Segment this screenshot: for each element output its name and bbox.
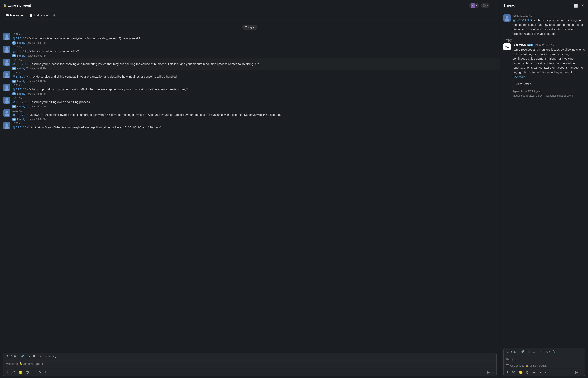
thread-original-message: Today at 10:31 AM @BREVIAN Describe your…: [504, 14, 585, 36]
thread-slash-button[interactable]: /: [544, 370, 547, 375]
svg-point-11: [5, 75, 9, 78]
message-body: Provide service and billing contacts in …: [29, 75, 178, 78]
thread-audio-button[interactable]: 🎙: [538, 370, 543, 375]
svg-point-4: [5, 47, 8, 50]
thread-ol-button[interactable]: ≡: [528, 350, 531, 354]
thread-bold-button[interactable]: B: [506, 350, 510, 354]
reply-link[interactable]: 1 reply: [17, 118, 25, 121]
thread-emoji-button[interactable]: 😊: [518, 370, 524, 375]
mention: @BREVIAN: [12, 75, 28, 78]
reply-link[interactable]: 1 reply: [17, 67, 25, 70]
reply-avatar: V/A: [12, 92, 15, 95]
channel-header: 🔒 acme-rfp-agent B 1 🎧 ▾ ⋯: [0, 0, 500, 11]
thread-compose: B I S 🔗 ≡ ☰ ⋮≡ </> 📎 Reply... Also send …: [504, 348, 585, 376]
reply-link[interactable]: 1 reply: [17, 54, 25, 57]
compose-placeholder: Message 🔒acme-rfp-agent: [6, 362, 43, 365]
thread-italic-button[interactable]: I: [510, 350, 513, 354]
message-text: @BREVIAN What early out services do you …: [12, 49, 497, 53]
plus-button[interactable]: +: [5, 370, 9, 375]
thread-image-button[interactable]: 🖼: [532, 370, 537, 375]
also-send-label: Also send to: [510, 364, 524, 367]
italic-button[interactable]: I: [10, 354, 13, 359]
see-more-link[interactable]: See more: [513, 75, 585, 79]
messages-area: Today ▾ 10:29 AM @BREVIAN Will an associ…: [0, 20, 500, 351]
reply-timestamp: Today at 10:31 AM: [535, 43, 554, 46]
message-time: 10:31 AM: [12, 71, 497, 74]
compose-input[interactable]: Message 🔒acme-rfp-agent: [3, 360, 496, 368]
reply-link[interactable]: 1 reply: [17, 41, 25, 44]
slash-button[interactable]: /: [44, 370, 47, 375]
image-button[interactable]: 🖼: [31, 370, 36, 375]
message-content: 10:32 AM @BREVIAN Liquidation Stats - Wh…: [12, 122, 497, 130]
svg-point-26: [505, 19, 509, 21]
indent-button[interactable]: ⋮≡: [37, 354, 42, 358]
thread-code-button[interactable]: </>: [545, 350, 551, 354]
thread-plus-button[interactable]: +: [506, 370, 509, 375]
also-send-checkbox[interactable]: [506, 364, 509, 367]
audio-button[interactable]: 🎙: [38, 370, 43, 375]
mention: @BREVIAN: [12, 49, 28, 53]
thread-mention-button[interactable]: @: [525, 370, 530, 375]
view-details-button[interactable]: View Details: [513, 81, 534, 87]
toolbar-separator: [518, 350, 519, 354]
message-text: @BREVIAN What support do you provide to …: [12, 87, 497, 92]
message-group: 10:32 AM @BREVIAN Liquidation Stats - Wh…: [0, 121, 500, 130]
reply-time: Today at 10:30 AM: [26, 41, 46, 44]
thread-link-button[interactable]: 🔗: [520, 350, 525, 354]
ordered-list-button[interactable]: ≡: [27, 354, 31, 359]
code-button[interactable]: </>: [45, 354, 51, 359]
reply-link[interactable]: 1 reply: [17, 92, 25, 95]
send-dropdown-button[interactable]: ▾: [491, 370, 494, 374]
header-actions: B 1 🎧 ▾ ⋯: [469, 3, 497, 9]
thread-reply-placeholder: Reply...: [506, 357, 516, 361]
bold-button[interactable]: B: [5, 354, 9, 359]
avatar: [3, 33, 10, 40]
message-content: 10:30 AM @BREVIAN What early out service…: [12, 46, 497, 57]
svg-point-16: [5, 98, 8, 101]
thread-strikethrough-button[interactable]: S: [513, 350, 517, 354]
emoji-button[interactable]: 😊: [18, 370, 24, 375]
huddle-button[interactable]: 🎧 ▾: [481, 3, 490, 8]
thread-message-content: Today at 10:31 AM @BREVIAN Describe your…: [513, 14, 585, 36]
thread-mention: @BREVIAN: [513, 18, 529, 22]
thread-reply-input[interactable]: Reply...: [504, 355, 585, 364]
tab-canvas[interactable]: 📄 Add canvas: [27, 12, 51, 19]
thread-send-dropdown-button[interactable]: ▾: [579, 370, 583, 374]
thread-ul-button[interactable]: ☰: [532, 350, 536, 354]
thread-format-button[interactable]: Aa: [511, 370, 517, 375]
add-tab-button[interactable]: +: [52, 12, 57, 19]
thread-original-time: Today at 10:31 AM: [513, 14, 585, 17]
expand-button[interactable]: ⬜: [573, 3, 579, 9]
channel-title: 🔒 acme-rfp-agent: [3, 4, 467, 7]
attachment-button[interactable]: 📎: [51, 354, 57, 359]
link-button[interactable]: 🔗: [19, 354, 25, 359]
reply-avatar: V/A: [12, 54, 15, 57]
close-button[interactable]: ✕: [580, 3, 585, 9]
thread-send-button[interactable]: ▶: [574, 369, 579, 375]
tabs-bar: 💬 Messages 📄 Add canvas +: [0, 11, 500, 20]
mention-button[interactable]: @: [25, 370, 30, 375]
more-options-button[interactable]: ⋯: [492, 3, 497, 9]
format-button[interactable]: Aa: [10, 370, 16, 375]
send-button[interactable]: ▶: [486, 369, 491, 375]
reply-link[interactable]: 1 reply: [17, 105, 25, 108]
unordered-list-button[interactable]: ☰: [32, 354, 36, 359]
message-body: What early out services do you offer?: [29, 49, 79, 53]
also-send-channel: acme-rfp-agent: [530, 364, 547, 367]
message-time: 10:30 AM: [12, 46, 497, 49]
date-pill[interactable]: Today ▾: [242, 25, 258, 30]
tab-messages[interactable]: 💬 Messages: [3, 12, 26, 19]
svg-point-8: [5, 63, 9, 66]
reply-info: V/A 1 reply Today at 10:30 AM: [12, 41, 497, 45]
reply-link[interactable]: 1 reply: [17, 80, 25, 83]
strikethrough-button[interactable]: S: [13, 354, 17, 359]
members-button[interactable]: B 1: [469, 3, 479, 8]
thread-attach-button[interactable]: 📎: [552, 350, 557, 354]
svg-point-2: [5, 37, 9, 40]
thread-indent-button[interactable]: ⋮≡: [537, 350, 543, 354]
message-group: 10:32 AM @BREVIAN MultiCare's Accounts P…: [0, 109, 500, 122]
message-group: 10:30 AM @BREVIAN What early out service…: [0, 45, 500, 58]
date-divider: Today ▾: [3, 25, 497, 30]
channel-name: acme-rfp-agent: [8, 4, 31, 7]
svg-point-13: [5, 85, 8, 88]
